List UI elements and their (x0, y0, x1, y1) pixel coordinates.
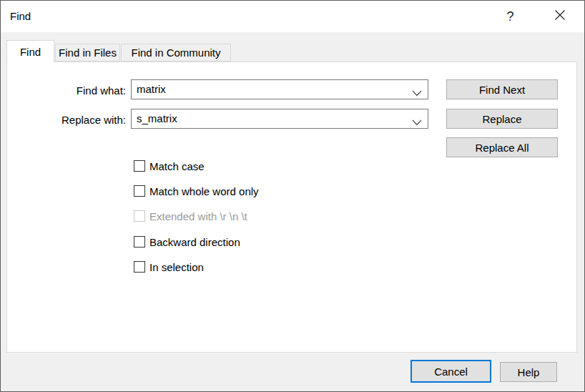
replace-all-button[interactable]: Replace All (446, 137, 558, 157)
tab-find-in-files[interactable]: Find in Files (55, 44, 120, 62)
checkbox-backward-direction[interactable]: Backward direction (134, 235, 240, 248)
find-next-button[interactable]: Find Next (446, 79, 558, 99)
dialog-title: Find (10, 1, 31, 32)
close-icon (554, 9, 566, 24)
tab-find-in-community[interactable]: Find in Community (121, 44, 231, 62)
checkbox-label: Backward direction (149, 236, 240, 248)
replace-with-label: Replace with: (15, 114, 126, 126)
replace-with-combobox[interactable]: s_matrix (131, 109, 428, 129)
checkbox-label: In selection (149, 261, 204, 273)
checkbox-box[interactable] (134, 236, 145, 248)
replace-button[interactable]: Replace (446, 109, 558, 129)
checkbox-in-selection[interactable]: In selection (134, 260, 204, 273)
checkbox-extended-with: Extended with \r \n \t (134, 210, 247, 222)
checkbox-label: Match case (149, 160, 205, 172)
checkbox-label: Extended with \r \n \t (149, 210, 247, 222)
tab-label: Find in Community (131, 46, 220, 59)
checkbox-box[interactable] (134, 185, 145, 197)
close-button[interactable] (544, 1, 576, 32)
checkbox-match-case[interactable]: Match case (134, 160, 205, 172)
checkbox-box (134, 210, 145, 222)
titlebar-help-button[interactable]: ? (494, 1, 526, 32)
checkbox-label: Match whole word only (149, 185, 259, 197)
checkbox-box[interactable] (134, 261, 145, 273)
chevron-down-icon[interactable] (412, 116, 422, 122)
checkbox-match-whole-word-only[interactable]: Match whole word only (134, 185, 259, 197)
tab-find[interactable]: Find (6, 40, 54, 62)
find-dialog: Find ? Find Find in Files Find in Commun… (0, 0, 585, 392)
title-bar[interactable]: Find ? (1, 1, 584, 32)
find-what-value: matrix (137, 80, 406, 99)
tab-label: Find in Files (59, 46, 117, 59)
help-button[interactable]: Help (500, 362, 557, 382)
tab-label: Find (20, 46, 41, 58)
chevron-down-icon[interactable] (412, 87, 422, 93)
cancel-button[interactable]: Cancel (411, 360, 491, 383)
replace-with-value: s_matrix (137, 109, 406, 128)
tab-panel (6, 62, 577, 353)
checkbox-box[interactable] (134, 160, 145, 172)
find-what-combobox[interactable]: matrix (131, 79, 428, 99)
find-what-label: Find what: (15, 84, 126, 97)
